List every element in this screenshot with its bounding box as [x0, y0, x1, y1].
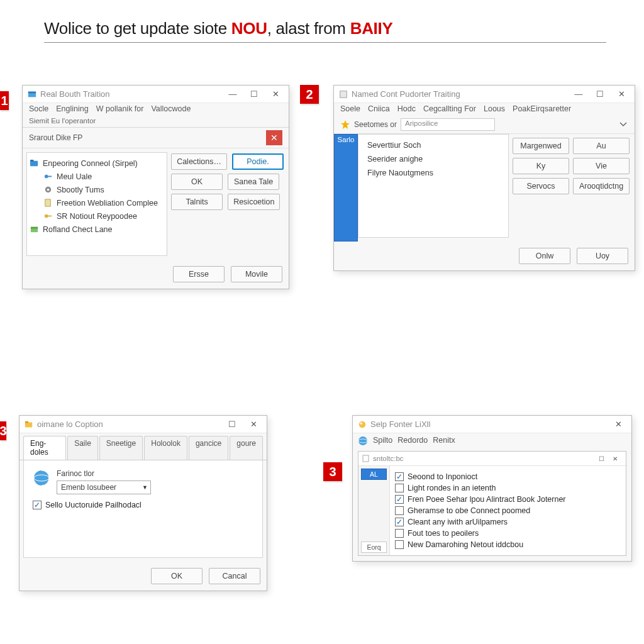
menu-item[interactable]: W pollanik for	[96, 104, 144, 113]
menu-item[interactable]: Loous	[484, 104, 505, 113]
close-button[interactable]: ✕	[608, 418, 629, 431]
tab[interactable]: Holoolok	[144, 436, 187, 460]
menu-item[interactable]: Socle	[29, 104, 48, 113]
podie-button[interactable]: Podie.	[232, 153, 284, 170]
svg-rect-13	[340, 91, 347, 97]
maximize-button[interactable]: ☐	[243, 87, 265, 101]
servocs-button[interactable]: Servocs	[513, 178, 569, 194]
list-item[interactable]: Filyre Naoutgmens	[362, 166, 504, 180]
side-tab[interactable]: Sarlo	[334, 134, 358, 242]
svg-marker-14	[341, 120, 350, 129]
collapse-icon[interactable]	[618, 119, 628, 130]
uoy-button[interactable]: Uoy	[577, 248, 628, 264]
ky-button[interactable]: Ky	[513, 158, 569, 174]
titlebar[interactable]: oimane lo Coption ☐ ✕	[19, 416, 267, 433]
titlebar[interactable]: Named Cont Pudorter Traiting — ☐ ✕	[334, 86, 635, 103]
tree-item[interactable]: Sbootly Tums	[30, 183, 164, 196]
step-badge-3: 3	[323, 462, 342, 481]
menu-item[interactable]: Hodc	[397, 104, 416, 113]
rail-tab-selected[interactable]: AL	[361, 469, 387, 480]
close-button[interactable]: ✕	[243, 418, 264, 431]
tree-item[interactable]: Freetion Webliation Complee	[30, 196, 164, 209]
au-button[interactable]: Au	[573, 138, 630, 154]
onlv-button[interactable]: Onlw	[519, 248, 570, 264]
search-input[interactable]: Ariposilice	[401, 118, 495, 131]
checkbox-checked-icon[interactable]: ✓	[395, 472, 404, 481]
vie-button[interactable]: Vie	[573, 158, 630, 174]
talits-button[interactable]: Talnits	[171, 194, 223, 210]
checkbox-unchecked-icon[interactable]	[395, 540, 404, 549]
calections-button[interactable]: Calections…	[171, 153, 227, 170]
menu-item[interactable]: Cegcallting For	[423, 104, 476, 113]
arooq-button[interactable]: Arooqtidctng	[573, 178, 630, 194]
checkbox-row[interactable]: ✓Cleant any iwith arUilpamers	[395, 518, 621, 526]
tree-item[interactable]: Rofland Chect Lane	[30, 223, 164, 236]
checkbox-row[interactable]: Light rondes in an ietenth	[395, 484, 621, 492]
checkbox-checked-icon[interactable]: ✓	[395, 518, 404, 526]
tree-item[interactable]: Enpeoring Conneol (Sirpel)	[30, 157, 164, 170]
inner-titlebar[interactable]: sntoltc:bc ☐ ✕	[358, 452, 626, 466]
titlebar[interactable]: Selp Fonter LiXll ✕	[353, 416, 631, 433]
tree-panel[interactable]: Enpeoring Conneol (Sirpel) Meul Uale Sbo…	[26, 152, 167, 256]
ok-button[interactable]: OK	[171, 174, 223, 190]
close-button[interactable]: ✕	[265, 87, 286, 101]
checkbox-row[interactable]: ✓Seoond to Inponioct	[395, 472, 621, 481]
list-panel[interactable]: Severttiur Soch Seerider anighe Filyre N…	[358, 134, 509, 238]
tree-label: Rofland Chect Lane	[43, 225, 113, 234]
checkbox-row[interactable]: New Damarohing Netout iddcbou	[395, 540, 621, 549]
resico-button[interactable]: Resicoetion	[228, 194, 280, 210]
rail-tab[interactable]: Eorq	[361, 541, 387, 553]
tab[interactable]: Eng-doles	[23, 436, 66, 460]
tab[interactable]: gancice	[189, 436, 228, 460]
checkbox-unchecked-icon[interactable]	[395, 506, 404, 515]
small-tabstrip: Spilto Redordo Renitx	[353, 433, 631, 448]
menu-item[interactable]: Vallocwode	[151, 104, 191, 113]
checkbox-checked-icon[interactable]: ✓	[33, 501, 42, 509]
svg-rect-3	[30, 160, 34, 162]
maximize-button[interactable]: ☐	[589, 87, 611, 101]
folder-icon	[30, 158, 39, 168]
checkbox-label: New Damarohing Netout iddcbou	[408, 540, 523, 549]
titlebar[interactable]: Real Bouth Traition — ☐ ✕	[23, 86, 289, 103]
checkbox-row[interactable]: ✓Fren Poee Sehar lpou Alintract Book Jot…	[395, 495, 621, 504]
checkbox-row[interactable]: Fout toes to peoilers	[395, 529, 621, 538]
sanea-button[interactable]: Sanea Tale	[228, 174, 279, 190]
margern-button[interactable]: Margenwed	[513, 138, 569, 154]
tree-item[interactable]: SR Notiout Reypoodee	[30, 209, 164, 223]
list-item[interactable]: Severttiur Soch	[362, 138, 504, 152]
tab[interactable]: Renitx	[433, 436, 455, 446]
checkbox-row[interactable]: ✓ Sello Uuctoruide Pailhodacl	[33, 501, 253, 509]
ok-button[interactable]: OK	[151, 568, 203, 584]
tab[interactable]: goure	[230, 436, 263, 460]
menu-item[interactable]: Englining	[56, 104, 88, 113]
menu-item[interactable]: Soele	[340, 104, 360, 113]
minimize-button[interactable]: —	[222, 87, 243, 101]
inner-maximize-button[interactable]: ☐	[594, 453, 608, 464]
erse-button[interactable]: Ersse	[173, 266, 225, 282]
minimize-button[interactable]: —	[568, 87, 589, 101]
headline-red2: BAIIY	[350, 19, 393, 38]
cancel-button[interactable]: Cancal	[209, 568, 260, 584]
tab[interactable]: Redordo	[397, 436, 428, 446]
inner-close-button[interactable]: ✕	[608, 453, 622, 464]
menu-item[interactable]: Cniica	[368, 104, 390, 113]
combo-select[interactable]: Emenb Iosubeer ▼	[57, 480, 151, 494]
checkbox-checked-icon[interactable]: ✓	[395, 495, 404, 504]
moole-button[interactable]: Movile	[231, 266, 282, 282]
checkbox-unchecked-icon[interactable]	[395, 529, 404, 538]
checkbox-row[interactable]: Gheramse to obe Connect poomed	[395, 506, 621, 515]
tab[interactable]: Spilto	[373, 436, 392, 446]
toolbar-close-button[interactable]: ✕	[266, 130, 282, 145]
tab[interactable]: Sneetige	[99, 436, 143, 460]
close-button[interactable]: ✕	[611, 87, 632, 101]
maximize-button[interactable]: ☐	[221, 418, 243, 431]
app-icon	[28, 90, 36, 99]
menu-item[interactable]: PoakEirqsaretter	[513, 104, 571, 113]
headline-part1: Wolice to get update siote	[44, 19, 231, 38]
list-item[interactable]: Seerider anighe	[362, 152, 504, 166]
step-badge-1: 1	[0, 91, 9, 110]
checkbox-unchecked-icon[interactable]	[395, 484, 404, 492]
tree-item[interactable]: Meul Uale	[30, 170, 164, 183]
tab[interactable]: Saile	[67, 436, 98, 460]
globe-icon	[33, 469, 50, 487]
